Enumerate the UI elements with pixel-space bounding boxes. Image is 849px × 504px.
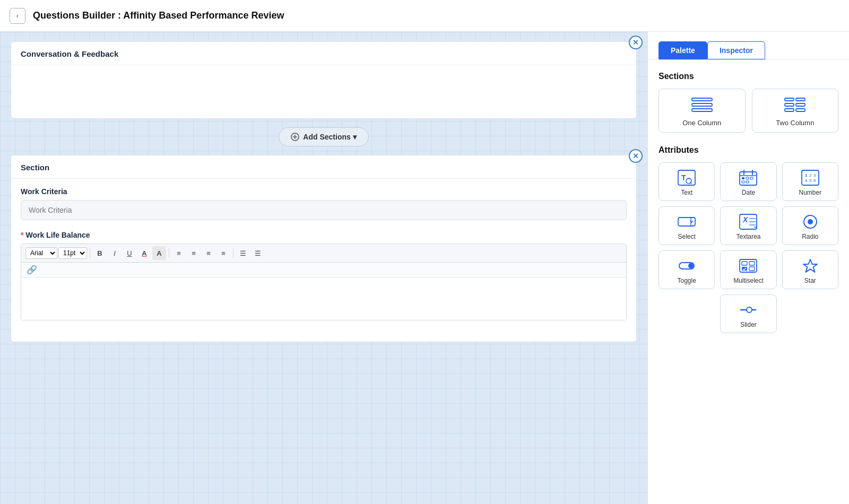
italic-button[interactable]: I	[108, 246, 122, 260]
align-right-button[interactable]: ≡	[202, 246, 215, 260]
field-work-life-balance: *Work Life Balance Arial 11pt B	[21, 231, 627, 320]
rte-body[interactable]	[21, 277, 626, 320]
svg-rect-6	[785, 98, 794, 101]
panel-tab-row: Palette Inspector	[648, 32, 849, 60]
sections-grid: One Column Two Column	[659, 89, 838, 133]
text-icon: T	[677, 169, 696, 186]
svg-rect-47	[749, 262, 755, 265]
svg-text:1: 1	[805, 173, 808, 178]
svg-rect-23	[746, 177, 749, 179]
rich-text-editor: Arial 11pt B I U A A ≡	[21, 244, 627, 320]
toggle-label: Toggle	[677, 277, 696, 284]
section-1-title: Conversation & Feedback	[11, 42, 636, 65]
add-sections-label: Add Sections ▾	[303, 133, 356, 141]
toggle-icon	[677, 257, 696, 274]
svg-point-44	[688, 263, 694, 268]
slider-icon	[739, 301, 758, 318]
number-label: Number	[799, 189, 821, 196]
underline-button[interactable]: U	[123, 246, 136, 260]
one-column-label: One Column	[682, 119, 721, 127]
multiselect-label: Multiselect	[733, 277, 764, 284]
rte-toolbar: Arial 11pt B I U A A ≡	[21, 244, 626, 263]
svg-rect-11	[796, 109, 805, 111]
multiselect-icon	[739, 257, 758, 274]
svg-text:2: 2	[809, 173, 812, 178]
slider-label: Slider	[740, 321, 757, 328]
textarea-icon: X	[739, 213, 758, 230]
font-family-select[interactable]: Arial	[25, 247, 57, 259]
section-2-body: Work Criteria *Work Life Balance Arial	[11, 179, 636, 342]
attr-textarea[interactable]: X Textarea	[720, 206, 776, 245]
svg-rect-4	[692, 103, 712, 106]
page-title: Questions Builder : Affinity Based Perfo…	[33, 10, 284, 21]
attr-radio[interactable]: Radio	[782, 206, 838, 245]
section-card-2: ✕ Section Work Criteria *Work Life Balan…	[11, 155, 637, 342]
attr-select[interactable]: Select	[659, 206, 715, 245]
attr-multiselect[interactable]: Multiselect	[720, 250, 776, 289]
palette-one-column[interactable]: One Column	[659, 89, 746, 133]
work-criteria-label: Work Criteria	[21, 187, 627, 196]
highlight-button[interactable]: A	[152, 246, 166, 260]
svg-rect-3	[692, 98, 712, 101]
tab-inspector[interactable]: Inspector	[707, 41, 765, 59]
section-card-1: ✕ Conversation & Feedback	[11, 41, 637, 119]
svg-point-42	[808, 219, 813, 224]
font-size-select[interactable]: 11pt	[58, 247, 87, 259]
tab-palette[interactable]: Palette	[659, 41, 707, 59]
svg-text:5: 5	[809, 178, 812, 183]
plus-circle-icon	[291, 133, 299, 141]
bold-button[interactable]: B	[93, 246, 107, 260]
field-work-criteria: Work Criteria	[21, 187, 627, 220]
toolbar-separator-2	[169, 248, 169, 258]
svg-rect-49	[749, 267, 755, 271]
attr-slider[interactable]: Slider	[720, 294, 776, 333]
select-icon	[677, 213, 696, 230]
work-criteria-input[interactable]	[21, 200, 627, 220]
attr-date[interactable]: Date	[720, 162, 776, 201]
font-color-button[interactable]: A	[137, 246, 151, 260]
svg-rect-9	[796, 103, 805, 106]
header: ‹ Questions Builder : Affinity Based Per…	[0, 0, 849, 32]
star-label: Star	[804, 277, 816, 284]
svg-rect-8	[785, 103, 794, 106]
select-label: Select	[678, 233, 695, 240]
svg-rect-22	[742, 177, 744, 179]
attr-text[interactable]: T Text	[659, 162, 715, 201]
svg-rect-5	[692, 109, 712, 111]
link-icon[interactable]: 🔗	[27, 262, 37, 277]
attr-number[interactable]: 1 2 3 4 5 6 Number	[782, 162, 838, 201]
ordered-list-button[interactable]: ☰	[251, 246, 265, 260]
attr-toggle[interactable]: Toggle	[659, 250, 715, 289]
palette-two-column[interactable]: Two Column	[752, 89, 839, 133]
bullet-list-button[interactable]: ☰	[236, 246, 250, 260]
star-icon	[801, 257, 820, 274]
align-left-button[interactable]: ≡	[172, 246, 186, 260]
justify-button[interactable]: ≡	[216, 246, 230, 260]
add-sections-button[interactable]: Add Sections ▾	[279, 127, 368, 146]
text-label: Text	[681, 189, 692, 196]
date-label: Date	[742, 189, 755, 196]
toolbar-separator-3	[233, 248, 233, 258]
svg-marker-50	[803, 259, 817, 272]
panel-body: Sections One Column	[648, 60, 849, 345]
number-icon: 1 2 3 4 5 6	[801, 169, 820, 186]
svg-rect-25	[742, 181, 744, 183]
attr-star[interactable]: Star	[782, 250, 838, 289]
close-section-1-button[interactable]: ✕	[629, 36, 643, 49]
radio-label: Radio	[802, 233, 818, 240]
back-button[interactable]: ‹	[10, 8, 25, 24]
two-column-icon	[783, 97, 807, 116]
svg-rect-7	[796, 98, 805, 101]
svg-text:3: 3	[813, 173, 816, 178]
section-1-body	[11, 65, 636, 118]
svg-rect-46	[742, 262, 747, 265]
main-layout: ✕ Conversation & Feedback Add Sections ▾…	[0, 32, 849, 504]
svg-text:T: T	[681, 173, 686, 182]
attributes-grid: T Text	[659, 162, 838, 333]
two-column-label: Two Column	[776, 119, 814, 127]
svg-point-52	[747, 307, 752, 312]
close-section-2-button[interactable]: ✕	[629, 149, 643, 163]
svg-text:6: 6	[813, 178, 816, 183]
align-center-button[interactable]: ≡	[187, 246, 201, 260]
canvas-area: ✕ Conversation & Feedback Add Sections ▾…	[0, 32, 647, 504]
